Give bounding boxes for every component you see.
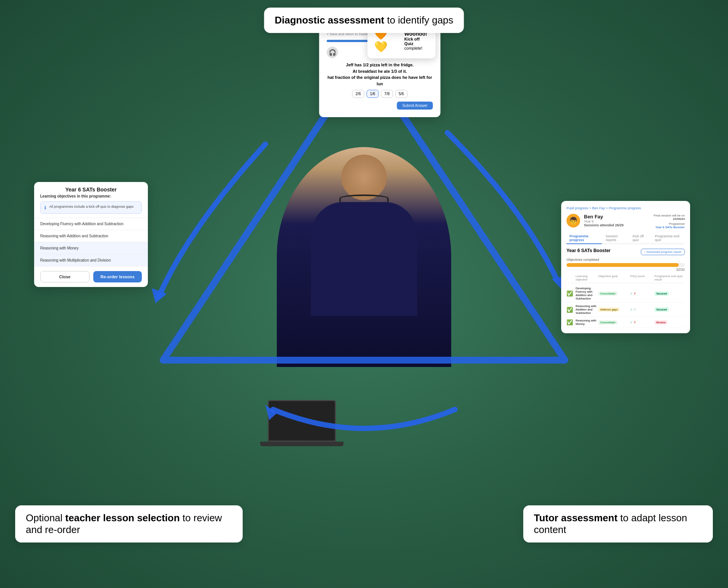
objectives-bar-fill	[566, 263, 679, 267]
close-button[interactable]: Close	[40, 271, 89, 282]
objective-text: Reasoning with Money	[576, 319, 597, 326]
top-annotation-bold: Diagnostic assessment	[275, 14, 384, 26]
check-icon: ✅	[566, 319, 574, 325]
table-row: ✅ Reasoning with Addition and Subtractio…	[566, 303, 685, 317]
col-objective-goal: Objective goal	[598, 274, 629, 281]
top-annotation: Diagnostic assessment to identify gaps	[264, 8, 464, 33]
tab-kick-off-quiz[interactable]: Kick off quiz	[629, 233, 651, 244]
quiz-card-question: Jeff has 1/2 pizza left in the fridge. A…	[327, 62, 433, 87]
learning-card-subtitle: Learning objectives in this programme:	[34, 194, 148, 201]
top-annotation-rest: to identify gaps	[384, 14, 453, 26]
student-info: Ben Fay Year 6 Sessions attended 26/29	[584, 214, 650, 227]
answer-btn-4[interactable]: 5/6	[395, 90, 408, 98]
list-item: Reasoning with Money	[34, 242, 148, 254]
svg-marker-1	[152, 288, 167, 303]
psg-score: ✓ ✗	[630, 292, 653, 295]
list-item: Reasoning with Addition and Subtraction	[34, 230, 148, 242]
col-psq: PSQ score	[630, 274, 653, 281]
col-result: Programme end quiz result	[654, 274, 685, 281]
badge-secured: Secured	[654, 307, 669, 312]
psg-score: ✓ ✗	[630, 321, 653, 324]
final-session-info: Final session will be on 23/09/24 Progra…	[654, 214, 685, 229]
tab-programme-end-quiz[interactable]: Programme end quiz	[652, 233, 685, 244]
tab-session-reports[interactable]: Session reports	[602, 233, 629, 244]
check-icon: ✅	[566, 307, 574, 313]
objective-text: Developing Fluency with Addition and Sub…	[576, 287, 597, 300]
woohoo-subtitle: Kick off Quiz	[404, 37, 429, 46]
bottom-left-annotation: Optional teacher lesson selection to rev…	[15, 505, 243, 543]
col-learning-objective: Learning objective	[576, 274, 597, 281]
learning-objectives-card: Year 6 SATs Booster Learning objectives …	[34, 182, 148, 287]
quiz-card-avatar: 🎧	[327, 47, 338, 58]
objectives-label: Objectives completed	[566, 258, 685, 262]
bottom-right-bold: Tutor assessment	[534, 512, 618, 524]
progress-tabs: Programme progress Session reports Kick …	[566, 233, 685, 244]
tab-programme-progress[interactable]: Programme progress	[566, 233, 602, 244]
badge-secured: Secured	[654, 292, 669, 296]
learning-card-items-list: Developing Fluency with Addition and Sub…	[34, 218, 148, 267]
badge-consolidate: Consolidate	[598, 320, 617, 325]
answer-btn-2[interactable]: 1/6	[367, 90, 379, 98]
student-year: Year 6	[584, 220, 650, 223]
info-icon: ℹ	[44, 205, 46, 210]
badge-review: Review	[654, 320, 667, 325]
objectives-progress-bar	[566, 263, 685, 267]
answer-btn-3[interactable]: 7/8	[381, 90, 393, 98]
badge-address: Address gaps	[598, 307, 620, 312]
student-sessions: Sessions attended 26/29	[584, 223, 650, 227]
bottom-left-bold: teacher lesson selection	[65, 512, 180, 524]
bottom-right-annotation: Tutor assessment to adapt lesson content	[523, 505, 713, 543]
objective-text: Reasoning with Addition and Subtraction	[576, 304, 597, 315]
answer-btn-1[interactable]: 2/6	[352, 90, 364, 98]
breadcrumb-page[interactable]: Programme progress	[609, 206, 641, 210]
breadcrumb-sep1: >	[589, 206, 592, 210]
check-icon: ✅	[566, 290, 574, 296]
laptop	[268, 400, 344, 449]
quiz-submit-button[interactable]: Submit Answer	[397, 102, 433, 110]
psg-score: ✓ ✓	[630, 308, 653, 311]
central-boy-image	[277, 147, 451, 367]
breadcrumb-student[interactable]: Ben Fay	[592, 206, 605, 210]
badge-consolidate: Consolidate	[598, 292, 617, 296]
download-report-button[interactable]: ↓ Download progress report	[641, 249, 685, 255]
learning-card-footer: Close Re-order lessons	[34, 267, 148, 287]
quiz-card-answers: 2/6 1/6 7/8 5/6	[327, 90, 433, 98]
learning-card-title: Year 6 SATs Booster	[34, 182, 148, 194]
learning-card-info-text: All programmes include a kick off quiz t…	[49, 205, 133, 209]
list-item: Developing Fluency with Addition and Sub…	[34, 218, 148, 230]
breadcrumb: Pupil progress > Ben Fay > Programme pro…	[566, 206, 685, 210]
student-name: Ben Fay	[584, 214, 650, 220]
breadcrumb-sep2: >	[606, 206, 609, 210]
progress-card: Pupil progress > Ben Fay > Programme pro…	[561, 201, 690, 333]
list-item: Reasoning with Multiplication and Divisi…	[34, 254, 148, 267]
student-header: 👦 Ben Fay Year 6 Sessions attended 26/29…	[566, 214, 685, 229]
woohoo-text: Woohoo! Kick off Quiz complete!	[404, 31, 429, 50]
bottom-left-plain: Optional	[26, 512, 65, 524]
progress-section-header: Year 6 SATs Booster ↓ Download progress …	[566, 248, 685, 256]
table-row: ✅ Developing Fluency with Addition and S…	[566, 285, 685, 303]
student-avatar: 👦	[566, 214, 580, 227]
objectives-count: 32/32	[566, 268, 685, 271]
woohoo-action: complete!	[404, 46, 429, 50]
table-row: ✅ Reasoning with Money Consolidate ✓ ✗ R…	[566, 317, 685, 328]
learning-card-info: ℹ All programmes include a kick off quiz…	[40, 201, 142, 214]
progress-table-header: Learning objective Objective goal PSQ sc…	[566, 274, 685, 283]
breadcrumb-pupil-progress[interactable]: Pupil progress	[566, 206, 588, 210]
progress-section-title: Year 6 SATs Booster	[566, 248, 610, 253]
reorder-button[interactable]: Re-order lessons	[93, 271, 142, 282]
